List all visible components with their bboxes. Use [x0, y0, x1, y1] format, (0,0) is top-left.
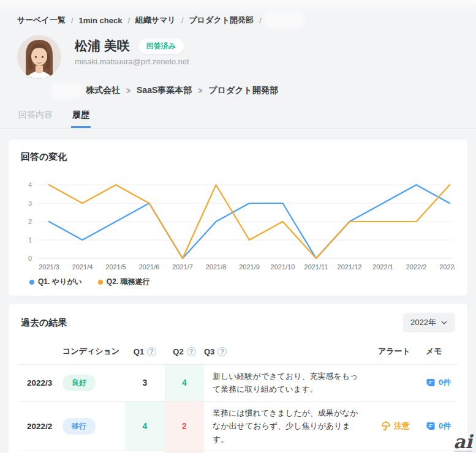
month-cell: 2022/3 — [18, 365, 62, 401]
y-axis-tick: 0 — [28, 255, 32, 262]
history-row: 2022/2移行42業務には慣れてきましたが、成果がなかなか出せておらず、少し焦… — [18, 401, 458, 451]
answer-trend-card: 回答の変化 012342021/32021/42021/52021/62021/… — [9, 140, 467, 296]
x-axis-tick: 2022/3 — [439, 263, 455, 271]
memo-count: 0件 — [439, 377, 451, 388]
y-axis-tick: 2 — [28, 218, 32, 225]
x-axis-tick: 2021/6 — [139, 263, 160, 271]
q3-comment-cell: 新しい経験ができており、充実感をもって業務に取り組めています。 — [204, 365, 378, 401]
breadcrumb-item[interactable]: プロダクト開発部 — [189, 15, 254, 26]
x-axis-tick: 2022/1 — [372, 263, 393, 271]
line-chart-svg: 012342021/32021/42021/52021/62021/72021/… — [21, 173, 455, 273]
col-q1: Q1? — [125, 340, 165, 364]
q2-score-cell: 4 — [165, 365, 204, 401]
condition-cell: 移行 — [62, 402, 125, 451]
chart-title: 回答の変化 — [21, 151, 455, 163]
x-axis-tick: 2021/3 — [39, 263, 59, 271]
chart-legend: Q1. やりがいQ2. 職務遂行 — [29, 277, 455, 287]
memo-cell[interactable]: 0件 — [426, 365, 458, 401]
watermark: ai — [453, 433, 472, 452]
alert-cell — [378, 365, 426, 401]
help-icon[interactable]: ? — [147, 347, 156, 356]
table-header-row: コンディションQ1?Q2?Q3?アラートメモ — [18, 340, 458, 364]
year-filter-label: 2022年 — [410, 317, 436, 328]
breadcrumb-separator: / — [71, 16, 74, 25]
y-axis-tick: 4 — [28, 181, 32, 189]
col-alert: アラート — [378, 340, 426, 364]
watermark-logo: ai — [453, 433, 472, 450]
col-q1-label: Q1 — [134, 347, 144, 356]
x-axis-tick: 2021/5 — [105, 263, 126, 271]
q2-score-cell: 2 — [165, 402, 204, 451]
tab-history[interactable]: 履歴 — [71, 106, 91, 128]
year-filter-dropdown[interactable]: 2022年 — [403, 313, 455, 332]
chevron-right-icon: > — [126, 86, 130, 96]
condition-cell: 良好 — [62, 365, 125, 401]
x-axis-tick: 2021/12 — [338, 263, 362, 271]
legend-dot-icon — [29, 280, 34, 285]
legend-label: Q1. やりがい — [38, 277, 82, 287]
col-q2-label: Q2 — [173, 347, 183, 356]
tab-bar: 回答内容履歴 — [0, 106, 476, 129]
col-memo: メモ — [426, 340, 458, 364]
help-icon[interactable]: ? — [217, 347, 227, 356]
q1-score-cell: 4 — [125, 402, 165, 451]
x-axis-tick: 2021/7 — [172, 263, 193, 271]
line-chart: 012342021/32021/42021/52021/62021/72021/… — [21, 173, 455, 275]
legend-item: Q2. 職務遂行 — [98, 277, 150, 287]
x-axis-tick: 2021/10 — [271, 263, 295, 271]
alert-cell: 注意 — [378, 402, 426, 451]
condition-badge: 良好 — [62, 375, 96, 391]
q1-score-cell: 3 — [125, 365, 165, 401]
user-name: 松浦 美咲 — [75, 37, 130, 54]
breadcrumb-item[interactable]: 1min check — [79, 16, 123, 25]
col-q3-label: Q3 — [204, 347, 214, 356]
alert-label: 注意 — [394, 421, 410, 432]
history-card: 過去の結果 2022年 コンディションQ1?Q2?Q3?アラートメモ2022/3… — [9, 304, 467, 453]
condition-badge: 移行 — [62, 418, 96, 435]
y-axis-tick: 1 — [28, 236, 32, 244]
breadcrumb-item[interactable]: サーベイ一覧 — [17, 15, 66, 26]
col-q2: Q2? — [165, 340, 204, 364]
org-path-item[interactable]: プロダクト開発部 — [208, 85, 278, 96]
redacted-text — [267, 15, 301, 26]
chevron-right-icon: > — [198, 86, 202, 96]
history-title: 過去の結果 — [21, 317, 67, 329]
org-path-item[interactable]: SaaS事業本部 — [137, 85, 192, 96]
breadcrumb-separator: / — [181, 16, 184, 25]
memo-icon — [426, 378, 436, 387]
tab-answers[interactable]: 回答内容 — [17, 106, 54, 128]
history-row: 2022/1移行32まだ業務に慣れていなく、一人で業務を行うのが不安です。0件 — [18, 451, 458, 453]
col-condition: コンディション — [62, 340, 125, 364]
breadcrumb: サーベイ一覧/1min check/組織サマリ/プロダクト開発部/ — [0, 0, 476, 26]
history-row: 2022/3良好34新しい経験ができており、充実感をもって業務に取り組めています… — [18, 364, 458, 401]
profile-header: 松浦 美咲 回答済み misaki.matsuura@prf.zenelo.ne… — [17, 35, 459, 79]
help-icon[interactable]: ? — [187, 347, 196, 356]
col-month — [18, 340, 62, 364]
user-email: misaki.matsuura@prf.zenelo.net — [75, 57, 189, 66]
x-axis-tick: 2021/4 — [72, 263, 93, 271]
x-axis-tick: 2021/11 — [304, 263, 328, 271]
q3-comment-cell: 業務には慣れてきましたが、成果がなかなか出せておらず、少し焦りがあります。 — [204, 402, 378, 451]
month-cell: 2022/2 — [18, 402, 62, 451]
status-badge: 回答済み — [138, 39, 184, 54]
breadcrumb-item[interactable]: 組織サマリ — [135, 15, 176, 26]
memo-icon — [426, 421, 436, 431]
history-table: コンディションQ1?Q2?Q3?アラートメモ2022/3良好34新しい経験ができ… — [18, 340, 458, 453]
org-path-item[interactable]: 株式会社 — [86, 85, 120, 96]
x-axis-tick: 2022/2 — [406, 263, 427, 271]
breadcrumb-separator: / — [127, 16, 130, 25]
org-breadcrumb: 株式会社>SaaS事業本部>プロダクト開発部 — [54, 85, 459, 96]
avatar — [17, 35, 61, 79]
legend-label: Q2. 職務遂行 — [107, 277, 150, 287]
breadcrumb-separator: / — [259, 16, 262, 25]
legend-item: Q1. やりがい — [29, 277, 82, 287]
y-axis-tick: 3 — [28, 200, 32, 207]
chevron-down-icon — [440, 319, 448, 326]
memo-count: 0件 — [439, 421, 451, 432]
legend-dot-icon — [98, 280, 103, 285]
redacted-text — [54, 86, 80, 95]
x-axis-tick: 2021/9 — [239, 263, 260, 271]
x-axis-tick: 2021/8 — [206, 263, 227, 271]
alert-umbrella-icon — [380, 421, 391, 432]
col-q3: Q3? — [204, 340, 378, 364]
